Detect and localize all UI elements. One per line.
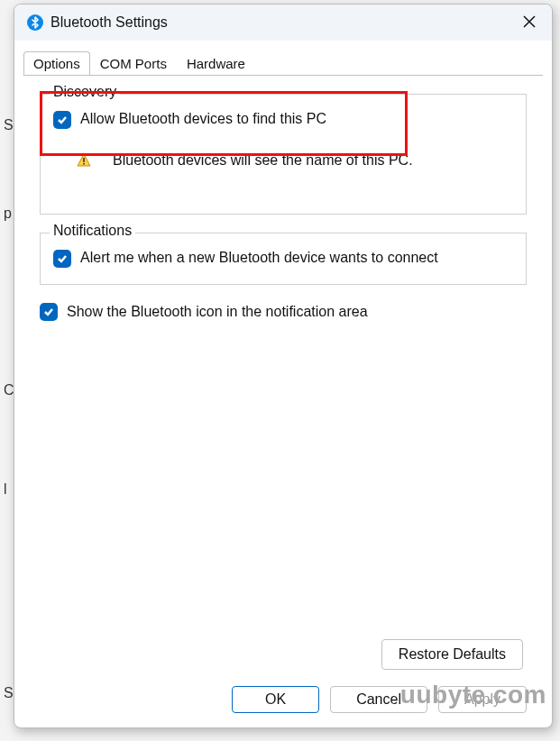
discovery-legend: Discovery <box>50 84 120 100</box>
warning-icon <box>77 153 91 168</box>
show-tray-icon-checkbox[interactable] <box>40 303 58 321</box>
ok-button[interactable]: OK <box>232 686 319 713</box>
close-button[interactable] <box>516 10 543 36</box>
allow-discovery-label: Allow Bluetooth devices to find this PC <box>80 111 326 127</box>
notifications-group: Notifications Alert me when a new Blueto… <box>40 233 527 285</box>
show-tray-icon-label: Show the Bluetooth icon in the notificat… <box>67 304 368 320</box>
dialog-footer: OK Cancel Apply <box>23 670 543 727</box>
svg-rect-2 <box>83 163 85 165</box>
discovery-info-row: Bluetooth devices will see the name of t… <box>77 152 513 169</box>
discovery-group: Discovery Allow Bluetooth devices to fin… <box>40 94 527 215</box>
bg-char: p <box>4 206 12 222</box>
content-area: Discovery Allow Bluetooth devices to fin… <box>14 76 552 727</box>
tab-options[interactable]: Options <box>23 51 90 76</box>
bg-char: S <box>4 117 14 133</box>
show-icon-row: Show the Bluetooth icon in the notificat… <box>40 303 527 321</box>
bluetooth-icon <box>27 14 43 31</box>
cancel-button[interactable]: Cancel <box>330 686 427 713</box>
allow-discovery-checkbox[interactable] <box>53 111 71 129</box>
bluetooth-settings-dialog: Bluetooth Settings Options COM Ports Har… <box>14 4 553 728</box>
tab-strip: Options COM Ports Hardware <box>23 51 552 76</box>
titlebar: Bluetooth Settings <box>14 5 552 41</box>
bg-char: l <box>4 481 7 498</box>
window-title: Bluetooth Settings <box>50 14 168 31</box>
restore-defaults-button[interactable]: Restore Defaults <box>381 639 523 670</box>
bg-char: C <box>4 382 14 398</box>
svg-rect-1 <box>83 158 85 162</box>
notifications-legend: Notifications <box>50 223 135 239</box>
tab-com-ports[interactable]: COM Ports <box>90 51 177 76</box>
apply-button[interactable]: Apply <box>438 686 527 713</box>
bg-char: S <box>4 685 14 701</box>
alert-connect-checkbox[interactable] <box>53 250 71 268</box>
discovery-info-text: Bluetooth devices will see the name of t… <box>113 152 413 169</box>
tab-hardware[interactable]: Hardware <box>177 51 255 76</box>
alert-connect-label: Alert me when a new Bluetooth device wan… <box>80 250 438 266</box>
